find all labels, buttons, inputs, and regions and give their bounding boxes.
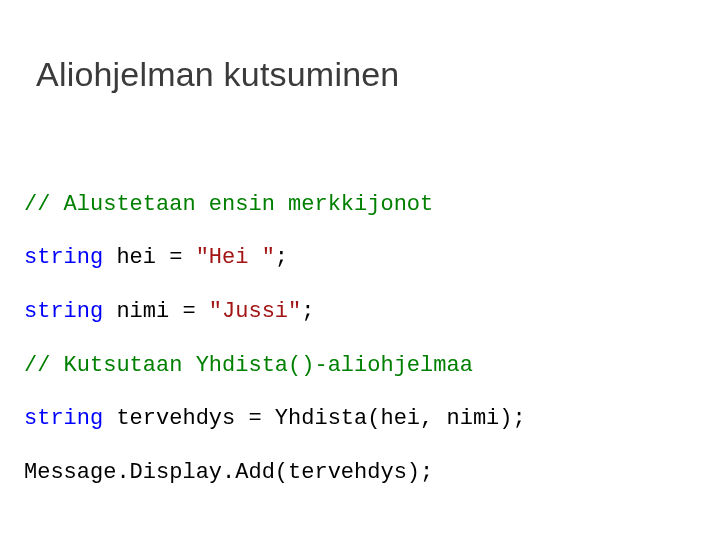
slide: Aliohjelman kutsuminen // Alustetaan ens…	[0, 0, 720, 540]
code-line-5: string tervehdys = Yhdista(hei, nimi);	[24, 406, 696, 433]
code-text: ;	[301, 299, 314, 324]
code-block: // Alustetaan ensin merkkijonot string h…	[24, 165, 696, 540]
string-literal: "Hei "	[196, 245, 275, 270]
code-line-2: string hei = "Hei ";	[24, 245, 696, 272]
code-line-6: Message.Display.Add(tervehdys);	[24, 460, 696, 487]
code-line-3: string nimi = "Jussi";	[24, 299, 696, 326]
code-text: tervehdys = Yhdista(hei, nimi);	[103, 406, 525, 431]
keyword: string	[24, 245, 103, 270]
code-text: Message.Display.Add(tervehdys);	[24, 460, 433, 485]
string-literal: "Jussi"	[209, 299, 301, 324]
slide-title: Aliohjelman kutsuminen	[36, 55, 399, 94]
keyword: string	[24, 406, 103, 431]
comment-text: // Kutsutaan Yhdista()-aliohjelmaa	[24, 353, 473, 378]
code-text: hei =	[103, 245, 195, 270]
code-text: ;	[275, 245, 288, 270]
comment-text: // Alustetaan ensin merkkijonot	[24, 192, 433, 217]
code-text: nimi =	[103, 299, 209, 324]
code-line-4: // Kutsutaan Yhdista()-aliohjelmaa	[24, 353, 696, 380]
code-line-1: // Alustetaan ensin merkkijonot	[24, 192, 696, 219]
keyword: string	[24, 299, 103, 324]
